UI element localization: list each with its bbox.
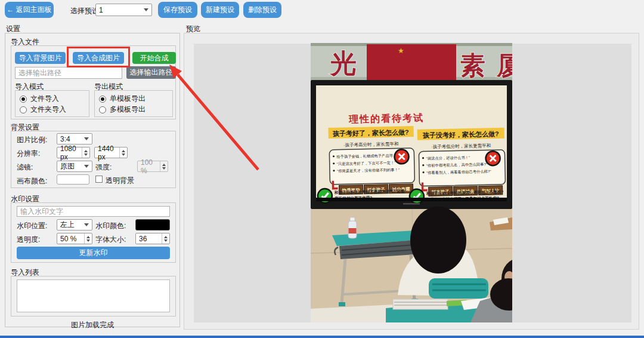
filter-value: 原图 <box>60 161 75 171</box>
green-check-icon <box>410 189 424 204</box>
watermark-fontsize-stepper[interactable]: 36 <box>135 233 170 244</box>
delete-preset-button[interactable]: 删除预设 <box>243 2 281 18</box>
status-text: 图片加载完成 <box>5 320 180 330</box>
preset-select[interactable]: 1 <box>95 4 152 16</box>
choose-output-path-button[interactable]: 选择输出路径 <box>126 66 176 79</box>
red-x-icon <box>485 151 500 165</box>
chevron-down-icon <box>84 137 89 140</box>
watermark-fontsize-label: 字体大小: <box>95 235 126 245</box>
radio-folder-import[interactable]: 文件夹导入 <box>20 105 66 115</box>
radio-dot-icon <box>99 96 106 103</box>
radio-file-import[interactable]: 文件导入 <box>20 94 59 104</box>
import-list[interactable] <box>17 279 170 312</box>
canvas-color-label: 画布颜色: <box>17 176 47 186</box>
china-flag: ★ <box>367 44 456 80</box>
output-path-input[interactable] <box>15 67 122 79</box>
flag-star-icon: ★ <box>398 47 404 55</box>
ratio-label: 图片比例: <box>17 135 47 145</box>
wall-character-right: 素 <box>460 51 485 79</box>
radio-multi-template[interactable]: 多模板导出 <box>99 105 145 115</box>
watermark-fontsize-value: 36 <box>139 235 147 243</box>
spinner-arrows-icon <box>160 161 168 171</box>
resolution-width-value: 1080 px <box>60 145 82 161</box>
filter-label: 滤镜: <box>17 162 33 173</box>
new-preset-button[interactable]: 新建预设 <box>201 2 239 18</box>
ratio-select[interactable]: 3:4 <box>57 133 92 145</box>
radio-multi-template-label: 多模板导出 <box>110 105 145 115</box>
radio-dot-icon <box>20 96 27 103</box>
watermark-position-value: 左上 <box>60 220 75 230</box>
spinner-arrows-icon[interactable] <box>162 233 169 244</box>
poster-title: 理性的看待考试 <box>348 112 424 125</box>
preset-select-value: 1 <box>99 6 103 14</box>
watermark-color-label: 水印颜色: <box>95 221 126 231</box>
watermark-position-label: 水印位置: <box>17 221 47 231</box>
resolution-width-stepper[interactable]: 1080 px <box>57 147 90 158</box>
transparent-bg-checkbox[interactable] <box>95 176 103 183</box>
classroom-photo: 光 ★ 素 厦 理性的看待考试 孩子考好了，家长怎么做? 孩子没考好，家长怎么做… <box>311 43 512 322</box>
annotation-highlight-box <box>67 47 130 67</box>
strength-label: 强度: <box>95 162 112 173</box>
watermark-text-input[interactable] <box>17 206 170 217</box>
chevron-down-icon <box>84 165 89 168</box>
spinner-arrows-icon[interactable] <box>119 148 127 158</box>
red-x-icon <box>394 149 408 164</box>
output-path-input-wrap <box>15 67 122 79</box>
filter-select[interactable]: 原图 <box>57 161 92 172</box>
back-to-main-button[interactable]: ← 返回主面板 <box>5 2 54 18</box>
chevron-down-icon <box>144 8 148 11</box>
transparent-bg-label: 透明背景 <box>106 176 134 186</box>
radio-folder-import-label: 文件夹导入 <box>30 105 66 115</box>
chevron-down-icon <box>84 223 89 226</box>
watermark-color-swatch[interactable] <box>135 219 170 231</box>
watermark-position-select[interactable]: 左上 <box>57 219 92 231</box>
wall-character-left: 光 <box>329 48 357 78</box>
radio-single-template[interactable]: 单模板导出 <box>99 94 145 104</box>
radio-circle-icon <box>99 106 106 113</box>
canvas-color-swatch[interactable] <box>57 174 89 185</box>
window-bottom-edge <box>0 336 644 338</box>
update-watermark-button[interactable]: 更新水印 <box>17 247 170 259</box>
radio-single-template-label: 单模板导出 <box>110 94 145 104</box>
strength-value: 100 % <box>141 158 160 175</box>
start-composite-button[interactable]: 开始合成 <box>132 52 176 64</box>
strength-stepper: 100 % <box>137 161 168 172</box>
spinner-arrows-icon[interactable] <box>82 148 89 158</box>
import-background-button[interactable]: 导入背景图片 <box>15 52 66 64</box>
watermark-opacity-stepper[interactable]: 50 % <box>57 233 92 244</box>
spinner-arrows-icon[interactable] <box>84 233 92 244</box>
wall-character-right-clipped: 厦 <box>496 51 512 79</box>
resolution-height-stepper[interactable]: 1440 px <box>94 147 128 158</box>
save-preset-button[interactable]: 保存预设 <box>158 2 197 18</box>
ratio-value: 3:4 <box>60 135 70 143</box>
watermark-opacity-label: 透明度: <box>17 235 40 245</box>
resolution-height-value: 1440 px <box>98 145 119 161</box>
watermark-opacity-value: 50 % <box>60 235 76 243</box>
resolution-label: 分辨率: <box>17 149 40 159</box>
radio-file-import-label: 文件导入 <box>30 94 59 104</box>
preview-image: 光 ★ 素 厦 理性的看待考试 孩子考好了，家长怎么做? 孩子没考好，家长怎么做… <box>311 43 512 322</box>
radio-circle-icon <box>20 106 27 113</box>
watermark-text-input-wrap <box>17 206 170 217</box>
